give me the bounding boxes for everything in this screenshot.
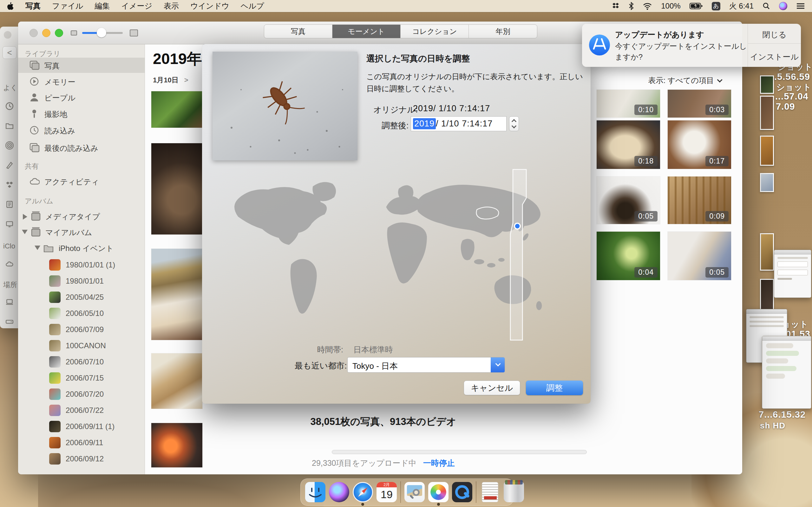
dock-document-icon[interactable] [482,482,498,502]
menu-app-name[interactable]: 写真 [26,1,41,11]
menu-item-help[interactable]: ヘルプ [241,1,264,11]
dropbox-icon[interactable] [5,181,14,189]
moment-date-header[interactable]: 1月10日> [153,75,189,85]
desktop-file-label[interactable]: 7.09 [776,101,795,112]
install-button[interactable]: インストール [748,52,801,62]
sidebar-item-places[interactable]: 撮影地 [18,106,145,121]
tab-collections[interactable]: コレクション [401,25,469,38]
datetime-rest[interactable]: / 1/10 7:14:17 [436,119,493,129]
sidebar-album-row[interactable]: 2005/04/25 [18,290,145,305]
world-map[interactable] [208,166,585,343]
sidebar-item-people[interactable]: ピープル [18,90,145,105]
pause-upload-link[interactable]: 一時停止 [423,458,455,467]
sidebar-group-media-types[interactable]: メディアタイプ [18,209,145,224]
spotlight-search-icon[interactable] [763,2,770,10]
dock-photos-icon[interactable] [428,482,449,502]
sidebar-item-imports[interactable]: 読み込み [18,123,145,138]
datetime-stepper[interactable] [509,116,519,131]
close-notification-button[interactable]: 閉じる [748,30,801,40]
video-thumbnail[interactable]: 0:09 [668,176,731,224]
video-thumbnail[interactable]: 0:17 [668,120,731,169]
airdrop-icon[interactable] [5,141,14,150]
video-thumbnail[interactable]: 0:03 [668,90,731,118]
desktop-file-label[interactable]: ...57.04 [775,91,809,102]
bluetooth-icon[interactable] [629,2,634,10]
desktop-file-label[interactable]: 7...6.15.32 [759,409,806,420]
video-thumbnail[interactable]: 0:05 [597,176,660,224]
login-mini-window[interactable] [774,250,811,298]
disclosure-open-icon[interactable] [35,245,40,250]
adjusted-datetime-field[interactable]: 2019/ 1/10 7:14:17 [411,116,507,131]
video-thumbnail[interactable]: 0:18 [597,120,660,169]
dock-siri-icon[interactable] [329,482,349,502]
notification-center-icon[interactable] [796,3,805,9]
menu-item-file[interactable]: ファイル [52,1,83,11]
video-thumbnail[interactable]: 0:10 [597,90,660,118]
photo-thumbnail[interactable] [151,353,202,409]
folder-icon[interactable] [5,122,14,130]
cloud-icon[interactable] [5,260,14,268]
sidebar-item-last-import[interactable]: 最後の読み込み [18,140,145,155]
apple-menu-icon[interactable] [7,2,14,10]
tab-moments[interactable]: モーメント [333,25,401,38]
menu-item-view[interactable]: 表示 [164,1,179,11]
photo-thumbnail[interactable] [151,143,202,234]
zoom-window-button[interactable] [55,29,63,37]
dock-preview-icon[interactable] [404,482,425,502]
sidebar-group-iphoto-events[interactable]: iPhoto イベント [18,240,145,256]
dock-trash-icon[interactable] [504,482,524,502]
sidebar-album-row[interactable]: 1980/01/01 [18,274,145,289]
adjust-button[interactable]: 調整 [526,381,583,395]
sidebar-album-row[interactable]: 2006/09/11 [18,435,145,450]
tab-photos[interactable]: 写真 [264,25,333,38]
tab-years[interactable]: 年別 [469,25,537,38]
closest-city-dropdown[interactable]: Tokyo - 日本 [347,357,505,373]
disclosure-closed-icon[interactable] [23,214,27,220]
back-button[interactable]: < [3,46,16,59]
mini-window-field[interactable] [777,270,808,275]
dock-finder-icon[interactable] [305,482,325,502]
desktop-photo-file[interactable] [760,75,774,94]
sidebar-album-row[interactable]: 100CANON [18,338,145,353]
thumbnail-zoom-slider[interactable] [71,28,150,38]
cancel-button[interactable]: キャンセル [464,381,520,395]
dock-safari-icon[interactable] [353,482,373,502]
minimize-window-button[interactable] [42,29,50,37]
wifi-icon[interactable] [643,2,652,10]
desktop-photo-file[interactable] [760,96,774,130]
sidebar-album-row[interactable]: 2006/09/11 (1) [18,419,145,434]
siri-menu-icon[interactable] [779,2,787,10]
traffic-light-close-icon[interactable] [4,31,11,39]
video-thumbnail[interactable]: 0:05 [668,232,731,280]
year-segment-selected[interactable]: 2019 [413,118,436,129]
menu-item-window[interactable]: ウインドウ [190,1,229,11]
desktop-photo-file[interactable] [760,233,774,271]
desktop-icon[interactable] [5,220,14,228]
input-method-badge[interactable]: あ [712,2,720,10]
sidebar-album-row[interactable]: 1980/01/01 (1) [18,257,145,273]
dock-quicktime-icon[interactable] [452,482,472,502]
update-notification[interactable]: アップデートがあります 今すぐアップデートをインストールしますか? 閉じる イン… [582,24,801,67]
chat-mini-window[interactable] [762,336,811,409]
sidebar-album-row[interactable]: 2006/09/12 [18,451,145,466]
desktop-photo-file[interactable] [760,173,774,192]
dropbox-status-icon[interactable] [612,2,620,10]
sidebar-album-row[interactable]: 2006/07/15 [18,371,145,386]
sidebar-item-memories[interactable]: メモリー [18,74,145,89]
menu-item-image[interactable]: イメージ [121,1,152,11]
menu-clock[interactable]: 火 6:41 [729,1,754,11]
sidebar-group-my-albums[interactable]: マイアルバム [18,224,145,239]
sidebar-item-photos[interactable]: 写真 [18,58,145,73]
dropdown-button[interactable] [491,357,505,372]
sidebar-album-row[interactable]: 2006/07/10 [18,354,145,370]
hard-drive-icon[interactable] [5,318,14,326]
mini-window-button[interactable] [777,278,792,280]
dock-calendar-icon[interactable]: 2月 19 [376,482,397,502]
sidebar-album-row[interactable]: 2006/05/10 [18,306,145,321]
menu-item-edit[interactable]: 編集 [95,1,110,11]
applications-icon[interactable] [5,161,14,169]
finder-window-edge[interactable]: < よく iClo 場所 タグ [0,26,20,328]
sidebar-album-row[interactable]: 2006/07/20 [18,387,145,402]
video-thumbnail[interactable]: 0:04 [597,232,660,280]
desktop-photo-file[interactable] [760,135,774,166]
